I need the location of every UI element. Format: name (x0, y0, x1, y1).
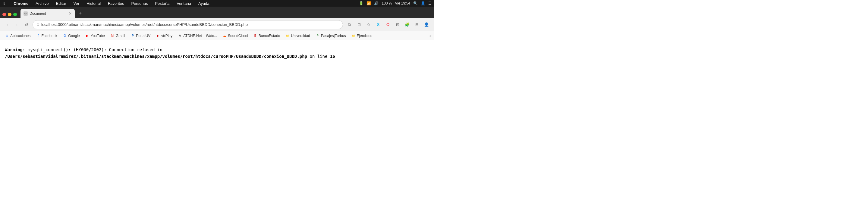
menu-ver[interactable]: Ver (72, 1, 81, 6)
bookmark-label: vtrPlay (161, 34, 173, 38)
battery-percent: 100 % (381, 1, 392, 5)
portaluv-icon: P (130, 34, 135, 38)
tab-favicon: ⟳ (24, 11, 28, 16)
bookmark-label: Ejercicios (357, 34, 372, 38)
tab-bar: ⟳ Document ✕ + (0, 7, 434, 18)
traffic-lights (2, 13, 17, 16)
page-content: Warning: mysqli_connect(): (HY000/2002):… (0, 40, 434, 161)
pasajes-icon: P (315, 34, 320, 38)
bookmark-vtrplay[interactable]: ▶ vtrPlay (153, 33, 175, 39)
bookmark-portaluv[interactable]: P PortalUV (128, 33, 153, 39)
bookmark-label: Universidad (291, 34, 310, 38)
bookmark-atdhe[interactable]: A ATDHE.Net – Watc... (176, 33, 219, 39)
bookmark-bancoestado[interactable]: B BancoEstado (251, 33, 282, 39)
apple-menu[interactable]:  (2, 1, 6, 6)
warning-message: Warning: mysqli_connect(): (HY000/2002):… (5, 46, 429, 60)
google-icon: G (63, 34, 67, 38)
tab-title: Document (30, 11, 67, 16)
facebook-icon: f (36, 34, 40, 38)
bookmark-label: Gmail (116, 34, 125, 38)
search-icon[interactable]: 🔍 (413, 1, 418, 5)
reload-button[interactable]: ↺ (23, 21, 30, 28)
bookmark-label: Aplicaciones (10, 34, 30, 38)
lock-icon: ⊙ (36, 23, 39, 27)
profile-icon[interactable]: 👤 (423, 21, 430, 29)
address-bar: ‹ › ↺ ⊙ localhost:3000/.bitnami/stackman… (0, 18, 434, 31)
menu-editar[interactable]: Editar (55, 1, 67, 6)
bookmark-ejercicios[interactable]: 📁 Ejercicios (349, 33, 375, 39)
bookmark-gmail[interactable]: M Gmail (108, 33, 127, 39)
bookmark-youtube[interactable]: ▶ YouTube (83, 33, 107, 39)
wifi-icon: 📶 (367, 1, 371, 5)
bookmark-star-icon[interactable]: ☆ (365, 21, 373, 29)
bookmark-soundcloud[interactable]: ☁ SoundCloud (220, 33, 250, 39)
bookmark-label: ATDHE.Net – Watc... (183, 34, 217, 38)
universidad-icon: 📁 (285, 34, 290, 38)
bookmark-label: Facebook (41, 34, 57, 38)
url-text: localhost:3000/.bitnami/stackman/machine… (41, 22, 339, 27)
bookmark-google[interactable]: G Google (60, 33, 82, 39)
bookmarks-bar: ⊞ Aplicaciones f Facebook G Google ▶ You… (0, 31, 434, 40)
bancoestado-icon: B (253, 34, 257, 38)
soundcloud-icon: ☁ (222, 34, 227, 38)
forward-button[interactable]: › (13, 21, 21, 28)
menu-extra-icon[interactable]: ☰ (428, 1, 432, 5)
atdhe-icon: A (178, 34, 182, 38)
extensions-icon[interactable]: 🧩 (403, 21, 411, 29)
bookmark-label: YouTube (91, 34, 105, 38)
warning-suffix: on line (307, 54, 330, 59)
user-icon[interactable]: 👤 (421, 1, 425, 5)
bookmarks-more-button[interactable]: » (430, 34, 432, 38)
bookmark-label: Google (68, 34, 80, 38)
menu-historial[interactable]: Historial (85, 1, 102, 6)
ejercicios-icon: 📁 (351, 34, 355, 38)
bookmark-label: SoundCloud (228, 34, 248, 38)
menu-archivo[interactable]: Archivo (34, 1, 50, 6)
toolbar-right: ⧉ ⊡ ☆ S O ⊡ 🧩 ⊟ 👤 (345, 21, 430, 29)
bookmark-label: Pasajes|Turbus (321, 34, 346, 38)
volume-icon: 🔊 (374, 1, 378, 5)
translate-icon[interactable]: ⊡ (355, 21, 363, 29)
tab-close-button[interactable]: ✕ (69, 11, 72, 16)
active-tab[interactable]: ⟳ Document ✕ (21, 9, 75, 18)
menu-personas[interactable]: Personas (130, 1, 149, 6)
bookmark-universidad[interactable]: 📁 Universidad (283, 33, 312, 39)
youtube-icon: ▶ (85, 34, 90, 38)
bookmark-facebook[interactable]: f Facebook (33, 33, 60, 39)
warning-path: /Users/sebastianvidalramirez/.bitnami/st… (5, 54, 307, 59)
tab-search-icon[interactable]: ⧉ (345, 21, 353, 29)
back-button[interactable]: ‹ (4, 21, 11, 28)
maximize-button[interactable] (13, 13, 17, 16)
cast-icon[interactable]: ⊟ (413, 21, 421, 29)
close-button[interactable] (2, 13, 6, 16)
minimize-button[interactable] (8, 13, 11, 16)
app-name[interactable]: Chrome (12, 1, 30, 6)
bookmark-pasajes[interactable]: P Pasajes|Turbus (313, 33, 348, 39)
battery-icon: 🔋 (359, 1, 364, 5)
gmail-icon: M (110, 34, 115, 38)
menu-favoritos[interactable]: Favoritos (107, 1, 125, 6)
menu-ventana[interactable]: Ventana (176, 1, 192, 6)
menu-ayuda[interactable]: Ayuda (197, 1, 211, 6)
skype-icon[interactable]: S (374, 21, 382, 29)
warning-text: : mysqli_connect(): (HY000/2002): Connec… (23, 47, 162, 52)
opera-icon[interactable]: O (384, 21, 392, 29)
new-tab-button[interactable]: + (76, 9, 84, 17)
bookmark-label: BancoEstado (258, 34, 280, 38)
warning-label: Warning (5, 47, 23, 52)
warning-line: 16 (330, 54, 335, 59)
aplicaciones-icon: ⊞ (5, 34, 9, 38)
bookmark-label: PortalUV (136, 34, 150, 38)
url-bar[interactable]: ⊙ localhost:3000/.bitnami/stackman/machi… (33, 20, 343, 29)
menu-bar:  Chrome Archivo Editar Ver Historial Fa… (0, 0, 434, 7)
clock: Vie 19:54 (395, 1, 410, 5)
menu-pestana[interactable]: Pestaña (154, 1, 170, 6)
extension-icon-1[interactable]: ⊡ (394, 21, 401, 29)
bookmark-aplicaciones[interactable]: ⊞ Aplicaciones (2, 33, 33, 39)
vtrplay-icon: ▶ (156, 34, 160, 38)
